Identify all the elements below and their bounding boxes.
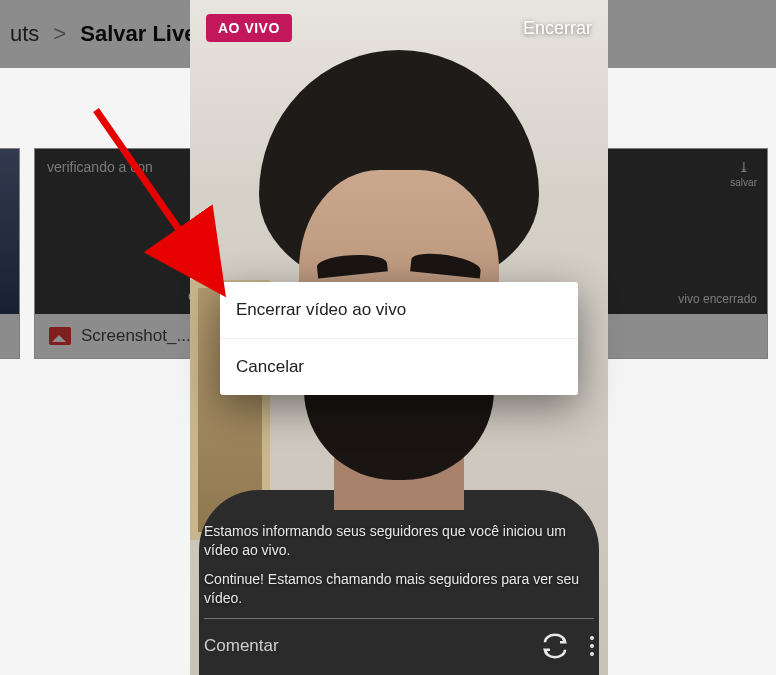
thumbnail-live-ended-text: vivo encerrado	[678, 292, 757, 306]
breadcrumb-parent[interactable]: uts	[10, 21, 39, 47]
download-icon: ⤓ salvar	[730, 159, 757, 188]
image-file-icon	[49, 327, 71, 345]
end-live-confirm-button[interactable]: Encerrar vídeo ao vivo	[220, 282, 578, 338]
comment-input[interactable]: Comentar	[204, 635, 540, 658]
more-options-icon[interactable]	[590, 636, 594, 656]
breadcrumb-separator: >	[53, 21, 66, 47]
breadcrumb-current: Salvar Live	[80, 21, 196, 47]
thumbnail-filename-1: Screenshot_...	[81, 326, 191, 346]
phone-topbar: AO VIVO Encerrar	[190, 0, 608, 56]
live-bottom-overlay: Estamos informando seus seguidores que v…	[190, 510, 608, 675]
notify-followers-text-2: Continue! Estamos chamando mais seguidor…	[204, 570, 594, 608]
end-live-button[interactable]: Encerrar	[523, 18, 592, 39]
thumbnail-card-prev[interactable]	[0, 148, 20, 359]
switch-camera-icon[interactable]	[540, 631, 570, 661]
end-live-cancel-button[interactable]: Cancelar	[220, 338, 578, 395]
live-badge: AO VIVO	[206, 14, 292, 42]
comment-row: Comentar	[204, 618, 594, 661]
notify-followers-text-1: Estamos informando seus seguidores que v…	[204, 522, 594, 560]
end-live-dialog: Encerrar vídeo ao vivo Cancelar	[220, 282, 578, 395]
